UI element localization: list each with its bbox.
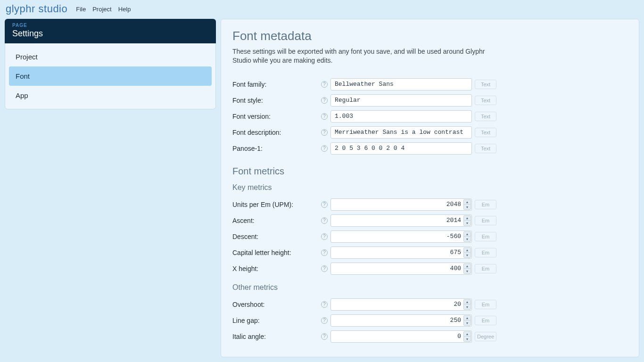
unit-em: Em: [475, 216, 496, 225]
unit-degree: Degree: [475, 332, 496, 341]
help-icon[interactable]: ?: [321, 201, 328, 208]
chevron-down-icon[interactable]: ▼: [463, 236, 471, 242]
help-icon[interactable]: ?: [321, 265, 328, 272]
settings-tabs: Project Font App: [5, 43, 216, 109]
help-icon[interactable]: ?: [321, 81, 328, 88]
row-font-family: Font family: ? Text: [232, 76, 627, 92]
input-upm[interactable]: [330, 198, 472, 211]
unit-text: Text: [475, 144, 496, 153]
help-icon[interactable]: ?: [321, 97, 328, 104]
label-font-family: Font family:: [232, 81, 316, 88]
unit-em: Em: [475, 264, 496, 273]
chevron-up-icon[interactable]: ▲: [463, 231, 471, 237]
input-descent[interactable]: [330, 230, 472, 243]
chevron-down-icon[interactable]: ▼: [463, 336, 471, 342]
chevron-down-icon[interactable]: ▼: [463, 204, 471, 210]
label-descent: Descent:: [232, 233, 316, 240]
label-x-height: X height:: [232, 265, 316, 272]
chevron-up-icon[interactable]: ▲: [463, 263, 471, 269]
help-icon[interactable]: ?: [321, 233, 328, 240]
unit-em: Em: [475, 300, 496, 309]
label-font-description: Font description:: [232, 129, 316, 136]
row-font-version: Font version: ? Text: [232, 108, 627, 124]
input-font-description[interactable]: [330, 126, 472, 139]
input-overshoot[interactable]: [330, 298, 472, 311]
page-title: Settings: [12, 29, 208, 39]
input-panose[interactable]: [330, 142, 472, 155]
row-cap-height: Capital letter height: ? ▲▼ Em: [232, 245, 627, 261]
row-overshoot: Overshoot: ? ▲▼ Em: [232, 296, 627, 313]
chevron-up-icon[interactable]: ▲: [463, 215, 471, 221]
stepper[interactable]: ▲▼: [463, 299, 471, 310]
stepper[interactable]: ▲▼: [463, 231, 471, 242]
unit-em: Em: [475, 232, 496, 241]
tab-font[interactable]: Font: [9, 66, 212, 86]
row-italic-angle: Italic angle: ? ▲▼ Degree: [232, 329, 627, 345]
stepper[interactable]: ▲▼: [463, 215, 471, 226]
chevron-up-icon[interactable]: ▲: [463, 331, 471, 337]
input-italic-angle[interactable]: [330, 330, 472, 343]
menubar: File Project Help: [76, 6, 131, 13]
chevron-up-icon[interactable]: ▲: [463, 315, 471, 321]
stepper[interactable]: ▲▼: [463, 263, 471, 274]
stepper[interactable]: ▲▼: [463, 315, 471, 326]
unit-em: Em: [475, 316, 496, 325]
input-font-family[interactable]: [330, 78, 472, 90]
help-icon[interactable]: ?: [321, 333, 328, 340]
menu-project[interactable]: Project: [92, 6, 111, 13]
help-icon[interactable]: ?: [321, 217, 328, 224]
section-font-metadata: Font metadata: [232, 29, 627, 43]
chevron-up-icon[interactable]: ▲: [463, 299, 471, 304]
chevron-up-icon[interactable]: ▲: [463, 199, 471, 205]
label-ascent: Ascent:: [232, 217, 316, 224]
section-other-metrics: Other metrics: [232, 283, 627, 292]
help-icon[interactable]: ?: [321, 113, 328, 120]
unit-em: Em: [475, 200, 496, 209]
section-key-metrics: Key metrics: [232, 183, 627, 192]
stepper[interactable]: ▲▼: [463, 247, 471, 258]
unit-text: Text: [475, 128, 496, 137]
chevron-down-icon[interactable]: ▼: [463, 320, 471, 326]
chevron-down-icon[interactable]: ▼: [463, 268, 471, 274]
page-header[interactable]: PAGE Settings: [5, 19, 216, 43]
tab-project[interactable]: Project: [9, 47, 212, 66]
main-panel[interactable]: Font metadata These settings will be exp…: [221, 19, 639, 357]
help-icon[interactable]: ?: [321, 317, 328, 324]
input-x-height[interactable]: [330, 263, 472, 275]
input-font-version[interactable]: [330, 110, 472, 123]
input-font-style[interactable]: [330, 94, 472, 107]
chevron-up-icon[interactable]: ▲: [463, 247, 471, 253]
label-panose: Panose-1:: [232, 145, 316, 152]
sidebar: PAGE Settings Project Font App: [5, 19, 216, 357]
help-icon[interactable]: ?: [321, 249, 328, 256]
unit-text: Text: [475, 80, 496, 89]
label-font-style: Font style:: [232, 97, 316, 104]
row-panose: Panose-1: ? Text: [232, 140, 627, 156]
label-overshoot: Overshoot:: [232, 301, 316, 308]
section-metadata-desc: These settings will be exported with any…: [232, 47, 496, 65]
chevron-down-icon[interactable]: ▼: [463, 304, 471, 310]
help-icon[interactable]: ?: [321, 145, 328, 152]
page-eyebrow: PAGE: [12, 23, 208, 28]
label-italic-angle: Italic angle:: [232, 333, 316, 340]
label-cap-height: Capital letter height:: [232, 249, 316, 256]
stepper[interactable]: ▲▼: [463, 331, 471, 342]
input-line-gap[interactable]: [330, 314, 472, 327]
row-line-gap: Line gap: ? ▲▼ Em: [232, 313, 627, 329]
menu-file[interactable]: File: [76, 6, 86, 13]
chevron-down-icon[interactable]: ▼: [463, 220, 471, 226]
help-icon[interactable]: ?: [321, 129, 328, 136]
label-upm: Units per Em (UPM):: [232, 201, 316, 208]
input-cap-height[interactable]: [330, 247, 472, 259]
topbar: glyphr studio File Project Help: [0, 0, 644, 18]
chevron-down-icon[interactable]: ▼: [463, 252, 471, 258]
row-ascent: Ascent: ? ▲▼ Em: [232, 213, 627, 229]
row-x-height: X height: ? ▲▼ Em: [232, 261, 627, 277]
help-icon[interactable]: ?: [321, 301, 328, 308]
stepper[interactable]: ▲▼: [463, 199, 471, 210]
unit-text: Text: [475, 112, 496, 121]
input-ascent[interactable]: [330, 214, 472, 227]
tab-app[interactable]: App: [9, 86, 212, 105]
label-font-version: Font version:: [232, 113, 316, 120]
menu-help[interactable]: Help: [118, 6, 131, 13]
